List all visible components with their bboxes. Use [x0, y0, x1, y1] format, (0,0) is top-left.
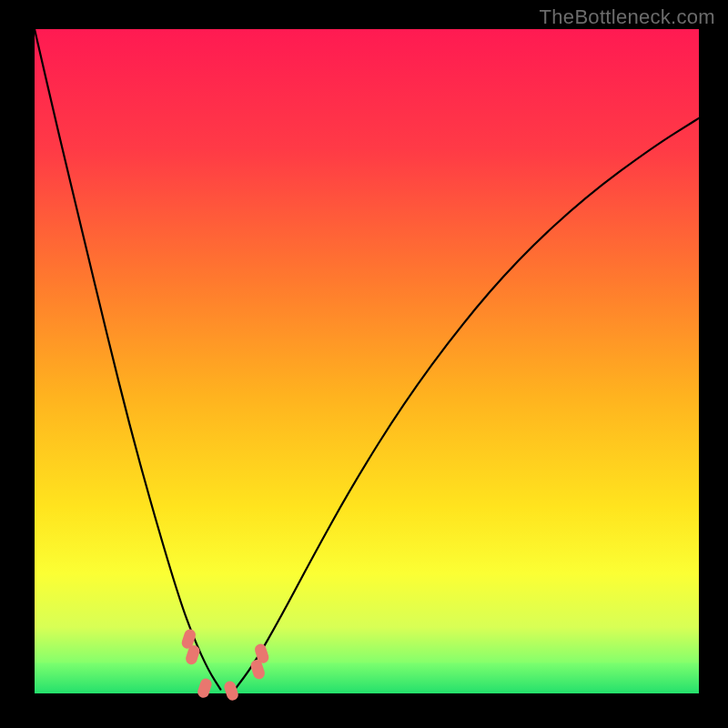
gradient-background — [35, 29, 699, 693]
chart-stage: TheBottleneck.com — [0, 0, 728, 728]
watermark-text: TheBottleneck.com — [540, 5, 715, 29]
green-band — [35, 662, 699, 693]
plot-svg — [0, 0, 728, 728]
